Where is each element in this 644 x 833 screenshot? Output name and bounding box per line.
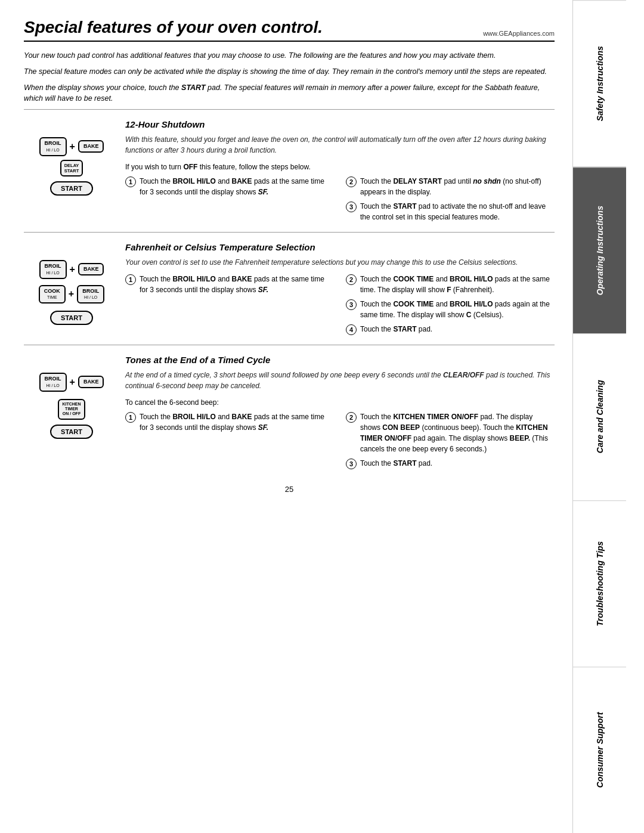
section-heading-fahrenheit: Fahrenheit or Celsius Temperature Select… <box>125 242 555 252</box>
steps-12hour: 1 Touch the BROIL HI/LO and BAKE pads at… <box>125 176 555 222</box>
plus-icon-4: + <box>70 377 75 388</box>
step-num-3: 3 <box>346 202 357 212</box>
step-sub-12hour: If you wish to turn OFF this feature, fo… <box>125 162 555 172</box>
step-num-t1: 1 <box>125 412 136 423</box>
step-text-t1: Touch the BROIL HI/LO and BAKE pads at t… <box>140 411 334 433</box>
intro-p1: Your new touch pad control has additiona… <box>24 50 555 61</box>
sidebar-tab-consumer[interactable]: Consumer Support <box>573 667 626 833</box>
step-text-t2: Touch the KITCHEN TIMER ON/OFF pad. The … <box>360 411 555 454</box>
text-12hour: 12-Hour Shutdown With this feature, shou… <box>119 119 555 222</box>
step-text-f3: Touch the COOK TIME and BROIL HI/LO pads… <box>360 299 555 320</box>
diagram-tones: BROILHI / LO + BAKE KITCHENTIMERON / OFF… <box>24 355 119 469</box>
step-tones-2: 2 Touch the KITCHEN TIMER ON/OFF pad. Th… <box>346 411 555 454</box>
section-heading-12hour: 12-Hour Shutdown <box>125 119 555 129</box>
step-fahrenheit-4: 4 Touch the START pad. <box>346 324 555 335</box>
sidebar-tab-care[interactable]: Care and Cleaning <box>573 333 626 500</box>
broil-button: BROILHI / LO <box>39 137 67 156</box>
kitchen-timer-button: KITCHENTIMERON / OFF <box>58 399 85 420</box>
step-num-2: 2 <box>346 176 357 187</box>
step-12hour-1: 1 Touch the BROIL HI/LO and BAKE pads at… <box>125 176 334 197</box>
section-intro-12hour: With this feature, should you forget and… <box>125 134 555 156</box>
start-button-2: START <box>50 311 93 325</box>
step-text-1: Touch the BROIL HI/LO and BAKE pads at t… <box>140 176 334 197</box>
step-fahrenheit-3: 3 Touch the COOK TIME and BROIL HI/LO pa… <box>346 299 555 320</box>
broil-button-4: BROILHI / LO <box>39 373 67 392</box>
step-tones-1: 1 Touch the BROIL HI/LO and BAKE pads at… <box>125 411 334 433</box>
step-text-f2: Touch the COOK TIME and BROIL HI/LO pads… <box>360 274 555 295</box>
step-num-f3: 3 <box>346 299 357 310</box>
step-12hour-3: 3 Touch the START pad to activate the no… <box>346 201 555 222</box>
step-text-3: Touch the START pad to activate the no s… <box>360 201 555 222</box>
bake-button-2: BAKE <box>78 263 104 275</box>
right-sidebar: Safety Instructions Operating Instructio… <box>572 0 626 833</box>
broil-button-2: BROILHI / LO <box>39 260 67 279</box>
steps-tones: 1 Touch the BROIL HI/LO and BAKE pads at… <box>125 411 555 469</box>
bake-button: BAKE <box>78 140 104 153</box>
section-intro-tones: At the end of a timed cycle, 3 short bee… <box>125 370 555 391</box>
sidebar-tab-safety[interactable]: Safety Instructions <box>573 0 626 167</box>
step-fahrenheit-1: 1 Touch the BROIL HI/LO and BAKE pads at… <box>125 274 334 295</box>
page-header: Special features of your oven control. w… <box>24 18 555 42</box>
plus-icon-2: + <box>70 264 75 275</box>
plus-icon: + <box>70 141 75 152</box>
section-12hour-shutdown: BROILHI / LO + BAKE DELAYSTART START 12-… <box>24 109 555 232</box>
start-button-3: START <box>50 425 93 439</box>
bake-button-3: BAKE <box>78 376 104 388</box>
diagram-12hour: BROILHI / LO + BAKE DELAYSTART START <box>24 119 119 222</box>
page-number: 25 <box>24 485 555 494</box>
step-tones-3: 3 Touch the START pad. <box>346 458 555 469</box>
step-text-f1: Touch the BROIL HI/LO and BAKE pads at t… <box>140 274 334 295</box>
website-url: www.GEAppliances.com <box>483 30 555 37</box>
section-fahrenheit-celsius: BROILHI / LO + BAKE COOKTIME + BROILHI /… <box>24 232 555 345</box>
plus-icon-3: + <box>69 289 74 299</box>
step-text-t3: Touch the START pad. <box>360 458 555 469</box>
step-num-f4: 4 <box>346 324 357 335</box>
start-button: START <box>50 181 93 196</box>
step-num-1: 1 <box>125 176 136 187</box>
section-tones: BROILHI / LO + BAKE KITCHENTIMERON / OFF… <box>24 345 555 479</box>
steps-fahrenheit: 1 Touch the BROIL HI/LO and BAKE pads at… <box>125 274 555 335</box>
intro-p3: When the display shows your choice, touc… <box>24 82 555 105</box>
text-tones: Tones at the End of a Timed Cycle At the… <box>119 355 555 469</box>
section-heading-tones: Tones at the End of a Timed Cycle <box>125 355 555 365</box>
intro-paragraphs: Your new touch pad control has additiona… <box>24 50 555 104</box>
step-text-2: Touch the DELAY START pad until no shdn … <box>360 176 555 197</box>
step-num-f1: 1 <box>125 274 136 285</box>
text-fahrenheit: Fahrenheit or Celsius Temperature Select… <box>119 242 555 335</box>
step-num-t3: 3 <box>346 459 357 469</box>
step-12hour-2: 2 Touch the DELAY START pad until no shd… <box>346 176 555 197</box>
step-sub-tones: To cancel the 6-second beep: <box>125 397 555 408</box>
cook-time-button: COOKTIME <box>39 285 66 304</box>
diagram-fahrenheit: BROILHI / LO + BAKE COOKTIME + BROILHI /… <box>24 242 119 335</box>
step-text-f4: Touch the START pad. <box>360 324 555 335</box>
step-fahrenheit-2: 2 Touch the COOK TIME and BROIL HI/LO pa… <box>346 274 555 295</box>
page-title: Special features of your oven control. <box>24 18 323 37</box>
sidebar-tab-operating[interactable]: Operating Instructions <box>573 167 626 333</box>
intro-p2: The special feature modes can only be ac… <box>24 66 555 78</box>
section-intro-fahrenheit: Your oven control is set to use the Fahr… <box>125 257 555 268</box>
delay-start-button: DELAYSTART <box>60 160 83 176</box>
broil-button-3: BROILHI / LO <box>77 285 104 304</box>
sidebar-tab-troubleshooting[interactable]: Troubleshooting Tips <box>573 500 626 667</box>
step-num-t2: 2 <box>346 412 357 423</box>
step-num-f2: 2 <box>346 274 357 285</box>
